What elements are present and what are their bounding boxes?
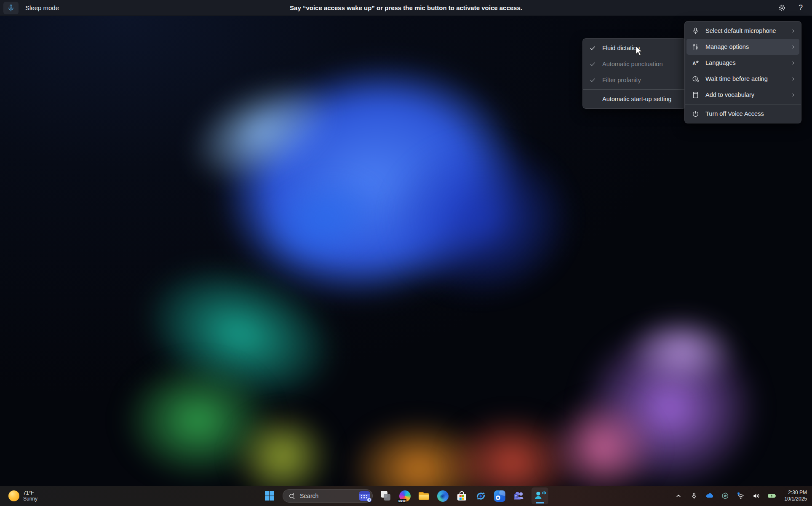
search-highlights-icon <box>359 491 370 501</box>
microphone-icon <box>691 27 700 35</box>
menu-item-turn-off-voice-access[interactable]: Turn off Voice Access <box>685 106 801 122</box>
chevron-right-icon <box>790 92 796 98</box>
desktop-screen: Sleep mode Say “voice access wake up” or… <box>0 0 812 506</box>
m365-badge: M365 <box>398 499 406 503</box>
sync-app[interactable] <box>475 490 486 502</box>
weather-condition: Sunny <box>23 496 37 502</box>
voice-access-bar: Sleep mode Say “voice access wake up” or… <box>0 0 812 16</box>
menu-item-automatic-startup-setting[interactable]: Automatic start-up setting <box>583 91 686 107</box>
check-icon <box>589 44 597 52</box>
outlook-app[interactable] <box>494 490 505 502</box>
menu-item-languages[interactable]: A Languages <box>685 55 801 71</box>
windows-logo-icon <box>264 491 275 501</box>
chevron-right-icon <box>790 44 796 50</box>
clock-time: 2:30 PM <box>785 490 807 496</box>
help-icon[interactable]: ? <box>799 3 803 12</box>
wifi-shield-icon[interactable] <box>736 491 745 501</box>
language-icon: A <box>691 59 700 67</box>
weather-temperature: 71°F <box>23 490 37 496</box>
check-icon <box>589 76 597 84</box>
menu-separator <box>583 89 685 90</box>
svg-text:T: T <box>515 494 517 498</box>
clock-date: 10/1/2025 <box>785 496 807 502</box>
voice-access-app[interactable] <box>532 487 548 504</box>
tools-icon <box>691 43 700 51</box>
battery-charging-icon[interactable] <box>767 491 777 501</box>
menu-item-filter-profanity[interactable]: Filter profanity <box>583 72 686 88</box>
m365-copilot-app[interactable]: M365 <box>399 490 411 502</box>
hexagon-app-icon[interactable] <box>721 491 730 501</box>
search-placeholder: Search <box>300 493 359 499</box>
speaker-icon[interactable] <box>752 491 761 501</box>
menu-item-wait-time-before-acting[interactable]: Wait time before acting <box>685 71 801 87</box>
microsoft-store-icon <box>456 490 467 502</box>
clock-icon <box>691 75 700 83</box>
microphone-icon <box>7 4 15 12</box>
voice-access-mic-button[interactable] <box>3 2 19 14</box>
power-icon <box>691 110 700 118</box>
file-explorer-app[interactable] <box>418 490 430 502</box>
hidden-icons-chevron[interactable] <box>674 491 683 501</box>
voice-access-icon <box>534 490 546 502</box>
start-button[interactable] <box>264 490 275 502</box>
menu-item-manage-options[interactable]: Manage options <box>686 39 799 55</box>
sun-icon <box>8 490 19 501</box>
active-app-indicator <box>536 502 544 504</box>
menu-item-automatic-punctuation[interactable]: Automatic punctuation <box>583 56 686 72</box>
microsoft-store-app[interactable] <box>456 490 467 502</box>
gear-icon[interactable] <box>778 4 786 12</box>
chevron-right-icon <box>790 28 796 34</box>
outlook-icon <box>494 490 505 502</box>
task-view-button[interactable] <box>380 490 392 502</box>
tray-microphone-icon[interactable] <box>689 491 699 501</box>
voice-access-settings-menu: Select default microphone Manage options… <box>684 21 801 123</box>
taskbar: 71°F Sunny Search <box>0 486 812 506</box>
file-explorer-icon <box>418 490 430 502</box>
svg-text:A: A <box>692 61 696 66</box>
menu-separator <box>685 104 801 104</box>
edge-app[interactable] <box>437 490 449 502</box>
search-icon <box>288 492 296 500</box>
onedrive-icon[interactable] <box>705 491 714 501</box>
teams-app[interactable]: T <box>513 490 524 502</box>
menu-item-add-to-vocabulary[interactable]: Add to vocabulary <box>685 87 801 103</box>
edge-icon <box>437 490 449 502</box>
voice-access-state-label: Sleep mode <box>25 4 59 11</box>
mouse-cursor <box>634 46 644 58</box>
sync-sparkle-icon <box>475 490 486 502</box>
chevron-right-icon <box>790 60 796 66</box>
weather-widget[interactable]: 71°F Sunny <box>5 486 41 506</box>
search-input[interactable]: Search <box>283 489 373 503</box>
teams-icon: T <box>513 490 524 502</box>
chevron-right-icon <box>790 76 796 82</box>
book-icon <box>691 91 700 99</box>
check-icon <box>589 60 597 68</box>
menu-item-select-default-microphone[interactable]: Select default microphone <box>685 23 801 39</box>
voice-access-instruction: Say “voice access wake up” or press the … <box>290 4 522 11</box>
taskbar-clock[interactable]: 2:30 PM 10/1/2025 <box>785 490 807 502</box>
